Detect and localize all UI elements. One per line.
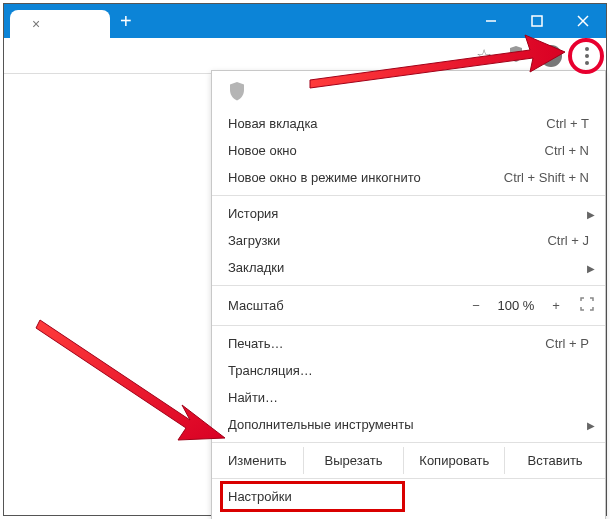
menu-item-settings[interactable]: Настройки xyxy=(212,483,605,510)
menu-item-edit-row: Изменить Вырезать Копировать Вставить xyxy=(212,447,605,474)
bookmark-star-icon[interactable]: ☆ xyxy=(476,45,492,67)
menu-item-help[interactable]: Справка ▶ xyxy=(212,510,605,519)
shortcut-label: Ctrl + N xyxy=(545,143,589,158)
extension-shield-icon[interactable] xyxy=(508,45,524,67)
shortcut-label: Ctrl + Shift + N xyxy=(504,170,589,185)
edit-copy-button[interactable]: Копировать xyxy=(404,447,505,474)
new-tab-button[interactable]: + xyxy=(120,10,132,33)
main-menu-dropdown: Новая вкладка Ctrl + T Новое окно Ctrl +… xyxy=(211,70,606,519)
menu-item-bookmarks[interactable]: Закладки ▶ xyxy=(212,254,605,281)
menu-item-new-window[interactable]: Новое окно Ctrl + N xyxy=(212,137,605,164)
close-tab-icon[interactable]: × xyxy=(32,16,40,32)
menu-item-more-tools[interactable]: Дополнительные инструменты ▶ xyxy=(212,411,605,438)
menu-item-downloads[interactable]: Загрузки Ctrl + J xyxy=(212,227,605,254)
menu-item-cast[interactable]: Трансляция… xyxy=(212,357,605,384)
edit-label: Изменить xyxy=(212,447,304,474)
page-content-panel xyxy=(8,74,212,511)
window-titlebar: × + xyxy=(4,4,606,38)
close-window-button[interactable] xyxy=(560,4,606,38)
menu-item-history[interactable]: История ▶ xyxy=(212,200,605,227)
zoom-value: 100 % xyxy=(491,298,541,313)
browser-toolbar: ☆ xyxy=(4,38,606,74)
shortcut-label: Ctrl + J xyxy=(547,233,589,248)
submenu-arrow-icon: ▶ xyxy=(587,262,595,273)
zoom-out-button[interactable]: − xyxy=(461,298,491,313)
shortcut-label: Ctrl + T xyxy=(546,116,589,131)
submenu-arrow-icon: ▶ xyxy=(587,419,595,430)
menu-item-find[interactable]: Найти… xyxy=(212,384,605,411)
fullscreen-icon[interactable] xyxy=(579,296,595,315)
window-controls xyxy=(468,4,606,38)
svg-rect-1 xyxy=(532,16,542,26)
menu-item-incognito[interactable]: Новое окно в режиме инкогнито Ctrl + Shi… xyxy=(212,164,605,191)
edit-paste-button[interactable]: Вставить xyxy=(505,447,605,474)
edit-cut-button[interactable]: Вырезать xyxy=(304,447,405,474)
menu-item-new-tab[interactable]: Новая вкладка Ctrl + T xyxy=(212,110,605,137)
submenu-arrow-icon: ▶ xyxy=(587,208,595,219)
shortcut-label: Ctrl + P xyxy=(545,336,589,351)
zoom-in-button[interactable]: + xyxy=(541,298,571,313)
menu-item-print[interactable]: Печать… Ctrl + P xyxy=(212,330,605,357)
menu-header-shield-icon xyxy=(212,71,605,110)
profile-avatar[interactable] xyxy=(540,45,562,67)
kebab-menu-button[interactable] xyxy=(578,41,596,71)
browser-tab[interactable]: × xyxy=(10,10,110,38)
maximize-button[interactable] xyxy=(514,4,560,38)
minimize-button[interactable] xyxy=(468,4,514,38)
menu-item-zoom: Масштаб − 100 % + xyxy=(212,290,605,321)
